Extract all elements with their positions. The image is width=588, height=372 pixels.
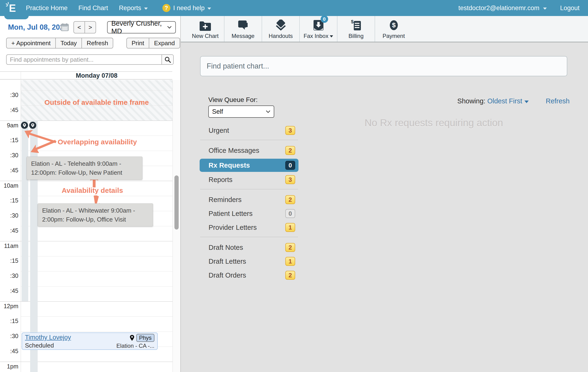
queue-item-draft-notes[interactable]: Draft Notes2 [200,242,298,253]
appointment-card[interactable]: Timothy Lovejoy Scheduled Phys Elation -… [22,332,158,350]
queue-item-provider-letters[interactable]: Provider Letters1 [200,222,298,233]
day-header-title: Monday 07/08 [21,72,172,79]
count-badge: 2 [285,271,295,280]
billing-button[interactable]: $ Billing [337,16,375,42]
provider-select[interactable]: Beverly Crusher, MD [107,21,176,33]
time-row[interactable]: 1pm [0,362,173,372]
view-queue-label: View Queue For: [208,96,258,104]
time-label: :45 [10,227,18,234]
count-badge: 0 [285,209,295,218]
nav-reports[interactable]: Reports [119,4,148,12]
fax-count-badge: 0 [321,15,328,23]
search-icon [164,56,171,63]
appointment-type-badge: Phys [136,334,154,342]
count-badge: 0 [285,161,295,170]
queue-item-draft-letters[interactable]: Draft Letters1 [200,256,298,267]
chevron-down-icon [543,8,547,10]
time-label: 10am [3,182,18,189]
time-label: :30 [10,272,18,279]
new-chart-button[interactable]: New Chart [186,16,224,42]
time-label: :30 [10,212,18,219]
logout-button[interactable]: Logout [560,4,579,12]
time-row[interactable]: 12pm [0,301,173,317]
account-menu[interactable]: testdoctor2@elationemr.com [458,4,547,12]
count-badge: 1 [285,223,295,232]
chevron-down-icon [167,26,172,29]
availability-tooltip-telehealth: Elation - AL - Telehealth 9:00am - 12:00… [27,157,142,180]
time-label: 11am [4,243,18,249]
refresh-schedule-button[interactable]: Refresh [82,38,113,49]
nav-find-chart[interactable]: Find Chart [78,4,108,12]
fax-inbox-button[interactable]: 0 Fax Inbox [299,16,337,42]
calendar-scrollbar-track[interactable] [173,80,180,372]
time-label: 9am [7,122,18,129]
time-label: :15 [10,137,18,144]
time-row[interactable]: :15 [0,317,173,331]
showing-controls: Showing: Oldest First Refresh [457,97,570,105]
schedule-panel: Mon, Jul 08, 2024 < > Beverly Crusher, M… [0,16,180,372]
empty-queue-message: No Rx requests requiring action [280,117,588,128]
appointment-patient-link[interactable]: Timothy Lovejoy [25,334,71,341]
search-button[interactable] [161,55,173,64]
logo-active-bump [4,16,29,19]
queue-divider [200,140,298,140]
billing-icon: $ [350,20,362,31]
payment-button[interactable]: $ Payment [375,16,412,42]
handouts-icon [274,20,287,31]
chevron-down-icon [144,8,148,10]
new-appointment-button[interactable]: + Appointment [6,38,55,49]
elation-logo[interactable]: E [0,0,26,16]
count-badge: 2 [285,195,295,204]
queue-item-reminders[interactable]: Reminders2 [200,194,298,205]
time-row[interactable]: :45 [0,106,173,121]
chevron-down-icon [525,101,529,103]
action-toolbar: New Chart Message Handouts 0 Fax Inbo [181,16,588,43]
count-badge: 1 [285,257,295,266]
appointment-search [6,54,174,65]
queue-item-draft-orders[interactable]: Draft Orders2 [200,270,298,281]
nav-practice-home[interactable]: Practice Home [26,4,68,12]
count-badge: 2 [285,146,295,155]
appointment-search-input[interactable] [7,55,161,64]
today-button[interactable]: Today [55,38,82,49]
find-patient-chart-input[interactable] [200,56,567,76]
time-label: :30 [10,333,18,340]
queue-item-office-messages[interactable]: Office Messages2 [200,145,298,156]
time-label: :15 [10,197,18,204]
availability-pin-icon[interactable] [29,122,36,129]
queue-item-reports[interactable]: Reports3 [200,174,298,185]
calendar-scrollbar-thumb[interactable] [174,175,179,230]
time-label: :45 [10,107,18,114]
expand-button[interactable]: Expand [149,38,180,49]
availability-pin-icon[interactable] [21,122,28,129]
prev-day-button[interactable]: < [74,21,85,33]
sort-order-dropdown[interactable]: Oldest First [487,97,522,105]
calendar-grid[interactable]: :30:459am:15:30:4510am:15:30:4511am:15:3… [0,80,180,372]
time-label: 12pm [3,303,18,310]
queue-divider [200,189,298,189]
time-row[interactable] [0,80,173,90]
calendar-icon[interactable] [60,23,69,32]
count-badge: 3 [285,175,295,184]
time-label: :30 [10,92,18,98]
view-queue-select[interactable]: Self [208,106,274,118]
nav-help[interactable]: ? I need help [162,4,211,12]
print-button[interactable]: Print [126,38,149,49]
count-badge: 2 [285,243,295,252]
chevron-down-icon [330,35,333,37]
refresh-queue-button[interactable]: Refresh [546,97,570,105]
message-button[interactable]: Message [224,16,262,42]
queue-item-patient-letters[interactable]: Patient Letters0 [200,208,298,219]
practice-home-panel: New Chart Message Handouts 0 Fax Inbo [180,16,588,372]
help-icon: ? [162,4,170,12]
top-nav-bar: E Practice Home Find Chart Reports ? I n… [0,0,588,16]
showing-label: Showing: [457,97,485,105]
day-header: Monday 07/08 [0,71,172,80]
time-label: :15 [10,257,18,264]
next-day-button[interactable]: > [85,21,96,33]
current-date[interactable]: Mon, Jul 08, 2024 [8,23,68,32]
queue-item-rx-requests[interactable]: Rx Requests0 [200,159,298,172]
message-icon [237,20,249,31]
time-label: :45 [10,287,18,294]
handouts-button[interactable]: Handouts [262,16,299,42]
